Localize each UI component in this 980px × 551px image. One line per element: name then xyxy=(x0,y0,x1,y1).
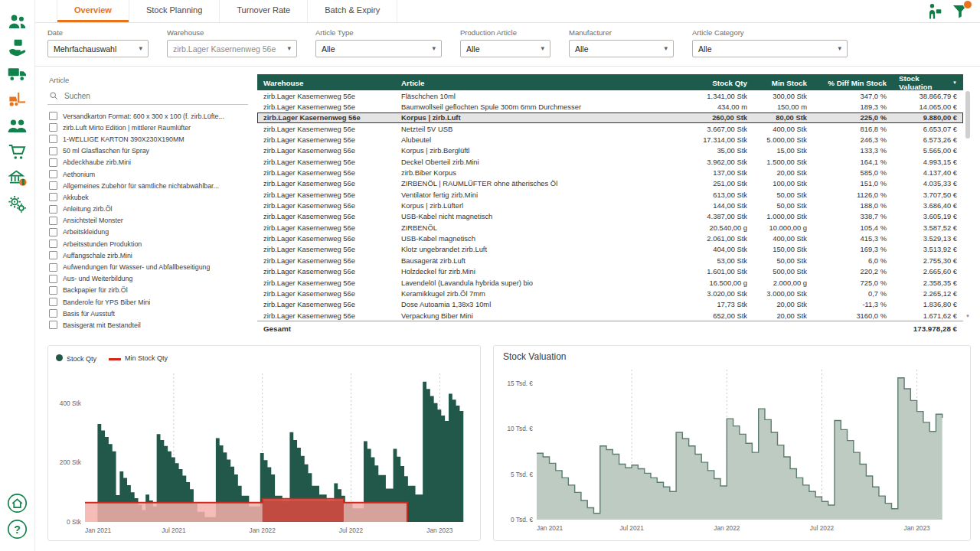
list-item[interactable]: Ansichtsteil Monster xyxy=(47,215,248,227)
bank-alert-icon[interactable]: ! xyxy=(7,168,28,188)
table-row[interactable]: zirb.Lager Kasernenweg 56eDose Autoamia … xyxy=(257,299,963,310)
home-icon[interactable] xyxy=(7,493,28,514)
cart-icon[interactable] xyxy=(7,142,28,162)
checkbox[interactable] xyxy=(49,193,57,201)
list-item[interactable]: Anleitung zirb.Öl xyxy=(47,204,248,215)
table-row[interactable]: zirb.Lager Kasernenweg 56eZIRBENÖL | RAU… xyxy=(257,178,963,189)
checkbox[interactable] xyxy=(49,217,57,225)
gears-icon[interactable] xyxy=(7,194,28,214)
column-header-stock-valuation[interactable]: Stock Valuation▼ xyxy=(893,74,963,91)
cell-article: Klotz ungebrandet zirb.Luft xyxy=(395,244,686,255)
table-row[interactable]: zirb.Lager Kasernenweg 56eUSB-Kabel magn… xyxy=(257,233,963,243)
list-item[interactable]: Akkubek xyxy=(47,191,248,203)
checkbox[interactable] xyxy=(49,135,57,143)
filter-dropdown[interactable]: zirb.Lager Kasernenweg 56e▾ xyxy=(167,40,297,57)
checkbox[interactable] xyxy=(49,181,57,190)
table-row[interactable]: zirb.Lager Kasernenweg 56eBaumwollseil g… xyxy=(257,101,963,112)
list-item[interactable]: Arbeitskleidung xyxy=(47,227,248,238)
scrollbar-down-arrow[interactable]: ▼ xyxy=(965,314,971,318)
table-row[interactable]: zirb.Lager Kasernenweg 56eZIRBENÖL20.540… xyxy=(257,222,963,233)
checkbox[interactable] xyxy=(49,158,57,167)
filter-label: Article Category xyxy=(692,28,848,37)
table-row[interactable]: zirb.Lager Kasernenweg 56eUSB-Kabel nich… xyxy=(257,211,963,222)
table-row[interactable]: zirb.Lager Kasernenweg 56eKlotz ungebran… xyxy=(257,244,963,255)
checkbox[interactable] xyxy=(49,251,57,259)
checkbox[interactable] xyxy=(49,275,57,283)
column-header-warehouse[interactable]: Warehouse xyxy=(257,74,395,91)
forklift-icon[interactable] xyxy=(7,90,28,110)
filter-dropdown[interactable]: Alle▾ xyxy=(315,40,442,57)
table-row[interactable]: zirb.Lager Kasernenweg 56eKorpus | zirb.… xyxy=(257,200,963,210)
table-scrollbar[interactable]: ▼ xyxy=(965,90,971,320)
table-row[interactable]: zirb.Lager Kasernenweg 56eAlubeutel17.31… xyxy=(257,134,963,145)
filter-dropdown[interactable]: Alle▾ xyxy=(460,40,550,57)
help-icon[interactable]: ? xyxy=(7,519,28,540)
list-item[interactable]: Basisgerät mit Bestandteil xyxy=(47,319,248,331)
checkbox[interactable] xyxy=(49,147,57,155)
list-item[interactable]: Aethonium xyxy=(47,168,248,180)
article-search-input[interactable] xyxy=(63,91,247,101)
customers-icon[interactable] xyxy=(7,11,28,32)
team-icon[interactable] xyxy=(7,116,28,136)
tab-stock-planning[interactable]: Stock Planning xyxy=(129,0,220,22)
list-item[interactable]: zirb.Luft Mirto Edition | mittlerer Raum… xyxy=(47,122,248,133)
table-row[interactable]: zirb.Lager Kasernenweg 56eVerpackung Bib… xyxy=(257,310,963,321)
table-row[interactable]: zirb.Lager Kasernenweg 56eNetzteil 5V US… xyxy=(257,123,963,134)
column-header-article[interactable]: Article xyxy=(395,74,686,91)
table-row[interactable]: zirb.Lager Kasernenweg 56eBausagerät zir… xyxy=(257,255,963,266)
list-item[interactable]: Abdeckhaube zirb.Mini xyxy=(47,157,248,168)
table-row[interactable]: zirb.Lager Kasernenweg 56eKorpus | zirb.… xyxy=(257,145,963,156)
checkbox[interactable] xyxy=(49,123,57,132)
table-row[interactable]: zirb.Lager Kasernenweg 56eLavendelöl (La… xyxy=(257,277,963,288)
checkbox[interactable] xyxy=(49,309,57,318)
list-item[interactable]: 50 ml Glasflaschen für Spray xyxy=(47,145,248,157)
checkbox[interactable] xyxy=(49,321,57,329)
truck-icon[interactable] xyxy=(7,64,28,84)
checkbox[interactable] xyxy=(49,240,57,248)
cell-diff: 1126,0 % xyxy=(813,189,893,200)
list-item[interactable]: 1-WELLIGE KARTON 390X230X190MM xyxy=(47,133,248,145)
cell-valuation: 3.605,19 € xyxy=(893,211,963,222)
table-row[interactable]: zirb.Lager Kasernenweg 56eKeramikkugel z… xyxy=(257,288,963,298)
courier-icon[interactable] xyxy=(925,2,943,21)
list-item[interactable]: Arbeitsstunden Produktion xyxy=(47,238,248,249)
table-row[interactable]: zirb.Lager Kasernenweg 56eVentilator fer… xyxy=(257,189,963,200)
table-row[interactable]: zirb.Lager Kasernenweg 56ezirb.Biber Kor… xyxy=(257,167,963,178)
cell-valuation: 1.836,80 € xyxy=(893,299,963,310)
scrollbar-thumb[interactable] xyxy=(965,91,970,139)
table-row[interactable]: zirb.Lager Kasernenweg 56eDeckel Obertei… xyxy=(257,156,963,167)
column-header-stock-qty[interactable]: Stock Qty xyxy=(686,74,753,91)
list-item[interactable]: Aufwendungen für Wasser- und Abfallbesei… xyxy=(47,261,248,272)
table-row[interactable]: zirb.Lager Kasernenweg 56eFläschchen 10m… xyxy=(257,90,963,101)
filter-funnel-icon[interactable] xyxy=(951,2,969,21)
tab-batch-expiry[interactable]: Batch & Expiry xyxy=(308,0,397,22)
checkbox[interactable] xyxy=(49,286,57,295)
list-item[interactable]: Backpapier für zirb.Öl xyxy=(47,285,248,296)
cell-diff: -11,3 % xyxy=(813,299,893,310)
table-row[interactable]: zirb.Lager Kasernenweg 56eHolzdeckel für… xyxy=(257,266,963,277)
column-header--diff-min-stock[interactable]: % Diff Min Stock xyxy=(813,74,893,91)
checkbox[interactable] xyxy=(49,228,57,236)
table-row[interactable]: zirb.Lager Kasernenweg 56eKorpus | zirb.… xyxy=(257,112,963,123)
list-item[interactable]: Banderole für YPS Biber Mini xyxy=(47,296,248,308)
filter-dropdown[interactable]: Alle▾ xyxy=(692,40,848,57)
list-item[interactable]: Versandkarton Format: 600 x 300 x 100 (f… xyxy=(47,110,248,122)
tab-overview[interactable]: Overview xyxy=(57,0,129,22)
column-header-min-stock[interactable]: Min Stock xyxy=(753,74,813,91)
content-row: Article Versandkarton Format: 600 x 300 … xyxy=(35,67,980,337)
checkbox[interactable] xyxy=(49,205,57,214)
checkbox[interactable] xyxy=(49,298,57,306)
list-item[interactable]: Basis für Ausstuft xyxy=(47,308,248,319)
filter-dropdown[interactable]: Mehrfachauswahl▾ xyxy=(47,40,149,57)
list-item[interactable]: Aus- und Weiterbildung xyxy=(47,273,248,285)
list-item[interactable]: Allgemeines Zubehör für sämtliche nichta… xyxy=(47,180,248,191)
list-item[interactable]: Auffangschale zirb.Mini xyxy=(47,249,248,261)
checkbox[interactable] xyxy=(49,263,57,272)
cell-warehouse: zirb.Lager Kasernenweg 56e xyxy=(257,145,395,156)
checkbox[interactable] xyxy=(49,112,57,120)
article-search[interactable] xyxy=(47,87,248,105)
filter-dropdown[interactable]: Alle▾ xyxy=(569,40,674,57)
tab-turnover-rate[interactable]: Turnover Rate xyxy=(220,0,308,22)
hand-box-icon[interactable] xyxy=(7,37,28,58)
checkbox[interactable] xyxy=(49,170,57,178)
